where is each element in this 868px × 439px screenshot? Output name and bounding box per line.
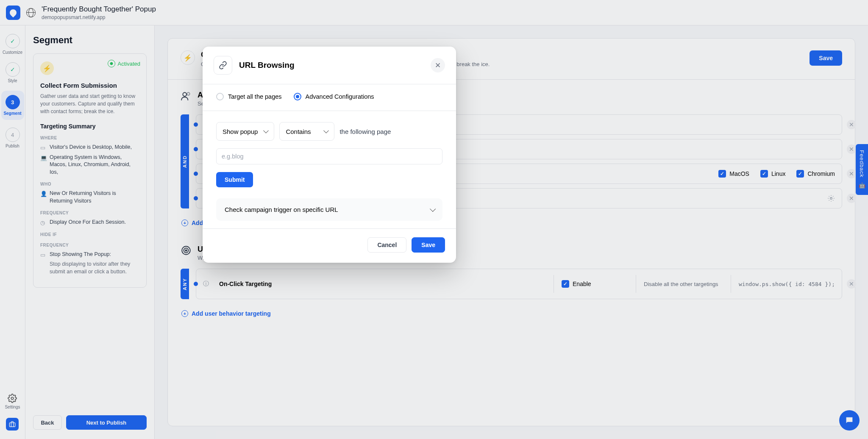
url-browsing-modal: URL Browsing ✕ Target all the pages Adva… (203, 47, 456, 263)
link-icon (214, 56, 232, 75)
cancel-button[interactable]: Cancel (367, 237, 406, 253)
specific-url-expander[interactable]: Check campaign trigger on specific URL (216, 198, 442, 221)
close-button[interactable]: ✕ (431, 58, 445, 72)
action-select[interactable]: Show popup (216, 122, 274, 141)
url-input[interactable] (216, 148, 442, 164)
modal-title: URL Browsing (239, 61, 424, 70)
submit-button[interactable]: Submit (216, 172, 253, 187)
following-page-text: the following page (339, 128, 391, 135)
modal-options: Target all the pages Advanced Configurat… (203, 84, 456, 111)
modal-save-button[interactable]: Save (412, 237, 445, 253)
radio-advanced[interactable]: Advanced Configurations (294, 93, 374, 100)
chevron-down-icon (430, 206, 436, 211)
radio-target-all[interactable]: Target all the pages (216, 93, 282, 100)
match-select[interactable]: Contains (279, 122, 334, 141)
